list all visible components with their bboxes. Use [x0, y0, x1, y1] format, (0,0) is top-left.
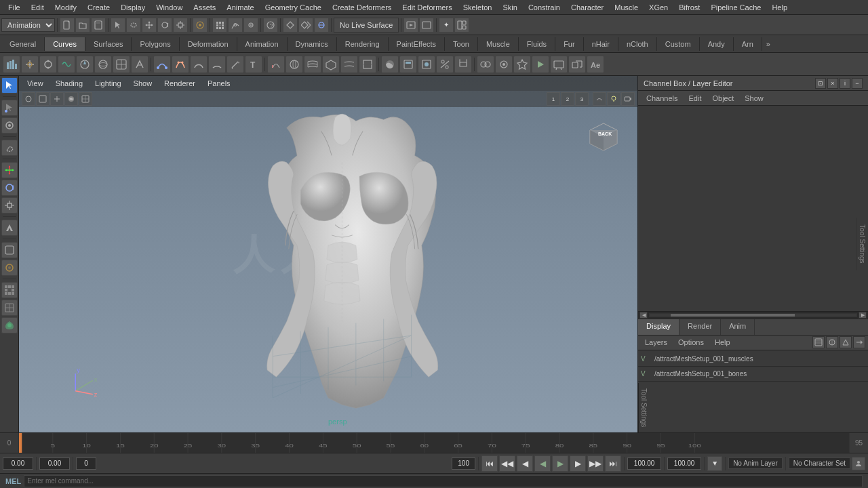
anim-layer-select[interactable]: No Anim Layer	[728, 458, 783, 469]
curve-cv-btn[interactable]	[172, 56, 189, 73]
paint-skin-btn[interactable]	[1, 317, 18, 333]
paint-select-btn[interactable]	[1, 117, 18, 134]
menu-skeleton[interactable]: Skeleton	[458, 2, 498, 13]
play-fwd-btn[interactable]: ▶	[552, 455, 568, 472]
lower-tab-anim[interactable]: Anim	[721, 319, 755, 335]
render-settings-btn[interactable]	[419, 18, 434, 33]
hist-btn[interactable]	[3, 56, 20, 73]
options-btn[interactable]: Options	[674, 337, 708, 348]
menu-skin[interactable]: Skin	[497, 2, 522, 13]
ae-btn[interactable]: Ae	[587, 56, 604, 73]
key-frame-btn[interactable]	[283, 18, 298, 33]
play-back-btn[interactable]: ◀	[534, 455, 551, 472]
pencil-btn[interactable]	[226, 56, 244, 73]
panel-info-btn[interactable]: i	[840, 78, 850, 89]
layer-icon-1[interactable]	[812, 336, 825, 348]
tab-curves[interactable]: Curves	[45, 37, 85, 51]
vp-menu-show[interactable]: Show	[128, 78, 158, 89]
menu-modify[interactable]: Modify	[50, 2, 82, 13]
tool-settings-side-tab[interactable]: Tool Settings	[856, 218, 868, 270]
menu-assets[interactable]: Assets	[188, 2, 221, 13]
tab-more[interactable]: »	[762, 37, 774, 51]
lower-tab-render[interactable]: Render	[679, 319, 721, 335]
vp-menu-lighting[interactable]: Lighting	[90, 78, 127, 89]
vp-icon-light[interactable]	[607, 92, 620, 106]
tab-toon[interactable]: Toon	[445, 37, 478, 51]
question-btn[interactable]: ?	[263, 18, 278, 33]
open-scene-btn[interactable]	[75, 18, 90, 33]
move-btn[interactable]	[142, 18, 157, 33]
tab-custom[interactable]: Custom	[657, 37, 700, 51]
select-tool-btn[interactable]	[1, 77, 18, 94]
snap-grid-btn[interactable]	[212, 18, 227, 33]
layer-icon-2[interactable]	[826, 336, 838, 348]
tab-andy[interactable]: Andy	[700, 37, 734, 51]
input-output-btn[interactable]: ✦	[439, 18, 454, 33]
snap-point-btn[interactable]	[243, 18, 258, 33]
tab-rendering[interactable]: Rendering	[337, 37, 389, 51]
fh-btn[interactable]	[131, 56, 149, 73]
menu-edit[interactable]: Edit	[26, 2, 50, 13]
smt-btn[interactable]	[113, 56, 130, 73]
menu-constrain[interactable]: Constrain	[523, 2, 566, 13]
range-input[interactable]	[452, 458, 475, 470]
panel-minimize-btn[interactable]: −	[852, 78, 863, 89]
tool-settings-tab[interactable]: Tool Settings	[638, 383, 868, 432]
viewport[interactable]: 人人素材 View Shading Lighting Show Renderer…	[19, 76, 637, 432]
menu-create-deformers[interactable]: Create Deformers	[327, 2, 397, 13]
seli-btn[interactable]	[418, 56, 435, 73]
boundary-btn[interactable]	[359, 56, 376, 73]
curve-ep-btn[interactable]	[153, 56, 171, 73]
vp-icon-cam[interactable]	[621, 92, 635, 106]
mel-input[interactable]	[24, 475, 863, 487]
tab-general[interactable]: General	[1, 37, 45, 51]
fps-dropdown-btn[interactable]: ▼	[707, 456, 722, 471]
text-btn[interactable]: T	[245, 56, 262, 73]
sphere-btn[interactable]	[94, 56, 112, 73]
vp-icon-1[interactable]	[22, 92, 35, 106]
timeline-track[interactable]: 5 10 15 20 25 30 35 40 45 50 55 60 65	[19, 433, 849, 453]
channel-box-btn[interactable]	[454, 18, 469, 33]
sar-btn[interactable]	[58, 56, 75, 73]
current-time-input[interactable]	[3, 458, 33, 470]
planar-btn[interactable]	[322, 56, 340, 73]
selin-btn[interactable]	[399, 56, 417, 73]
menu-display[interactable]: Display	[115, 2, 151, 13]
vp-icon-r1[interactable]: 1	[547, 92, 560, 106]
tab-fluids[interactable]: Fluids	[519, 37, 555, 51]
end-frame-input[interactable]	[627, 458, 661, 470]
needle-btn[interactable]	[76, 56, 94, 73]
menu-file[interactable]: File	[3, 2, 26, 13]
tab-fur[interactable]: Fur	[555, 37, 584, 51]
breakdown-btn[interactable]	[314, 18, 329, 33]
save-scene-btn[interactable]	[91, 18, 106, 33]
time-input2[interactable]	[39, 458, 70, 470]
bezier-btn[interactable]	[190, 56, 208, 73]
help-btn[interactable]: Help	[711, 337, 734, 348]
panel-float-btn[interactable]: ⊡	[815, 78, 826, 89]
tab-painteffects[interactable]: PaintEffects	[389, 37, 446, 51]
revolve-btn[interactable]	[285, 56, 303, 73]
component-select-btn[interactable]	[1, 100, 18, 116]
vp-icon-wire2[interactable]	[593, 92, 606, 106]
vp-menu-renderer[interactable]: Renderer	[159, 78, 201, 89]
tab-animation[interactable]: Animation	[237, 37, 288, 51]
lasso-btn[interactable]	[126, 18, 141, 33]
tab-dynamics[interactable]: Dynamics	[288, 37, 337, 51]
menu-edit-deformers[interactable]: Edit Deformers	[397, 2, 457, 13]
menu-create[interactable]: Create	[82, 2, 115, 13]
tab-muscle[interactable]: Muscle	[478, 37, 519, 51]
menu-geometry-cache[interactable]: Geometry Cache	[260, 2, 327, 13]
lasso-tool-btn[interactable]	[1, 140, 18, 156]
soft-select-btn[interactable]	[193, 18, 208, 33]
scroll-track[interactable]	[649, 313, 857, 317]
channels-show-btn[interactable]: Show	[739, 93, 769, 104]
live-surface-btn[interactable]: No Live Surface	[334, 18, 399, 33]
scale-tool-btn[interactable]	[1, 197, 18, 214]
layer-v-0[interactable]: V	[641, 355, 652, 363]
menu-bifrost[interactable]: Bifrost	[673, 2, 705, 13]
tab-surfaces[interactable]: Surfaces	[85, 37, 132, 51]
rotate-tool-btn[interactable]	[1, 180, 18, 196]
prev-keyframe-btn[interactable]: ◀◀	[499, 455, 515, 472]
next-keyframe-btn[interactable]: ▶▶	[587, 455, 604, 472]
